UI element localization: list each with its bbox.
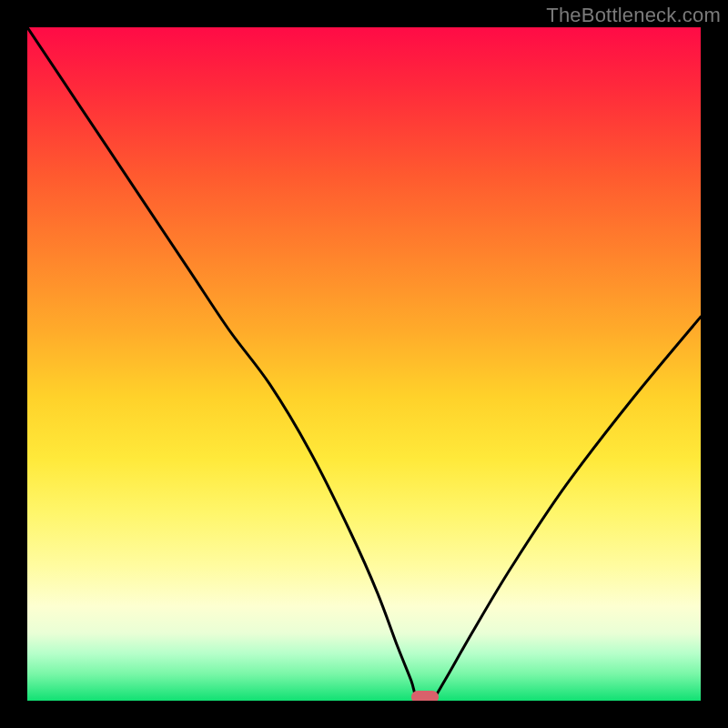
bottleneck-curve: [27, 27, 701, 701]
optimal-marker: [411, 691, 439, 701]
curve-svg: [27, 27, 701, 701]
chart-stage: TheBottleneck.com: [0, 0, 728, 728]
watermark-text: TheBottleneck.com: [546, 4, 721, 27]
plot-area: [27, 27, 701, 701]
